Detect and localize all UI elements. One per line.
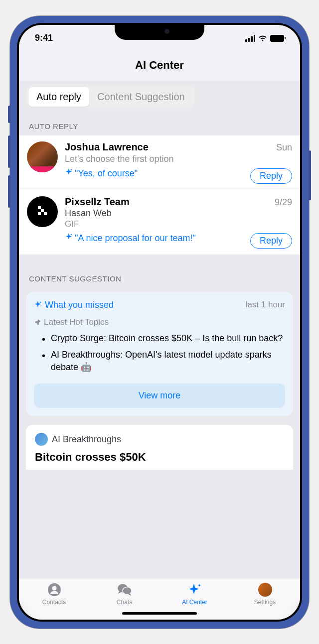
segment-auto-reply[interactable]: Auto reply <box>28 87 89 107</box>
svg-point-7 <box>123 587 132 594</box>
power-button <box>309 150 311 200</box>
tab-settings[interactable]: Settings <box>230 582 300 606</box>
source-icon <box>35 433 48 446</box>
notch <box>115 23 204 40</box>
card-time: last 1 hour <box>246 300 285 310</box>
user-avatar-icon <box>258 583 272 597</box>
article-source: AI Breakthroughs <box>35 433 284 446</box>
svg-rect-2 <box>38 212 41 215</box>
tab-label: AI Center <box>182 599 207 606</box>
topic-item: AI Breakthroughs: OpenAI's latest model … <box>42 349 285 374</box>
sparkle-icon <box>65 168 73 176</box>
avatar <box>27 196 58 227</box>
reply-button[interactable]: Reply <box>250 168 292 184</box>
suggestion-card: What you missed last 1 hour Latest Hot T… <box>26 292 293 416</box>
article-title: Bitcoin crosses $50K <box>35 451 284 464</box>
tab-label: Chats <box>117 599 132 606</box>
segment-control: Auto reply Content Suggestion <box>19 81 300 115</box>
home-indicator[interactable] <box>122 612 197 615</box>
avatar <box>27 141 58 172</box>
sparkle-icon <box>65 233 73 241</box>
tab-contacts[interactable]: Contacts <box>19 582 89 606</box>
message-preview: Let's choose the first option <box>65 154 292 164</box>
topic-list: Crypto Surge: Bitcoin crosses $50K – Is … <box>34 332 285 374</box>
tab-ai-center[interactable]: AI Center <box>160 582 230 606</box>
contact-name: Pixsellz Team <box>65 196 130 208</box>
card-title[interactable]: What you missed <box>34 300 114 310</box>
tab-label: Settings <box>254 599 276 606</box>
status-time: 9:41 <box>35 33 53 43</box>
topic-item: Crypto Surge: Bitcoin crosses $50K – Is … <box>42 332 285 345</box>
tab-label: Contacts <box>42 599 66 606</box>
header: AI Center <box>19 52 300 81</box>
tab-chats[interactable]: Chats <box>89 582 160 606</box>
contact-name: Joshua Lawrence <box>65 141 149 153</box>
article-preview[interactable]: AI Breakthroughs Bitcoin crosses $50K <box>26 425 293 470</box>
message-date: 9/29 <box>275 197 292 208</box>
svg-point-5 <box>52 586 56 590</box>
contacts-icon <box>47 582 62 597</box>
svg-rect-3 <box>44 212 47 215</box>
section-header-content-suggestion: CONTENT SUGGESTION <box>19 255 300 288</box>
ai-suggestion: "A nice proposal for our team!" <box>65 233 245 244</box>
wifi-icon <box>258 35 267 42</box>
chats-icon <box>117 582 132 597</box>
svg-rect-1 <box>41 209 44 212</box>
sparkle-icon <box>34 301 42 309</box>
view-more-button[interactable]: View more <box>34 384 285 408</box>
mute-switch <box>8 106 10 123</box>
auto-reply-list: Joshua Lawrence Sun Let's choose the fir… <box>19 135 300 255</box>
settings-icon <box>258 582 273 597</box>
card-subtitle: Latest Hot Topics <box>34 317 285 327</box>
battery-icon <box>270 35 284 42</box>
ai-suggestion: "Yes, of course" <box>65 168 245 179</box>
reply-button[interactable]: Reply <box>250 233 292 249</box>
page-title: AI Center <box>19 59 300 72</box>
volume-up <box>8 135 10 168</box>
svg-rect-0 <box>38 206 41 209</box>
message-type: GIF <box>65 219 292 229</box>
volume-down <box>8 175 10 208</box>
section-header-auto-reply: AUTO REPLY <box>19 115 300 135</box>
signal-icon <box>245 35 255 42</box>
segment-content-suggestion[interactable]: Content Suggestion <box>89 87 193 107</box>
pin-icon <box>34 319 41 326</box>
message-date: Sun <box>276 142 292 153</box>
phone-frame: 9:41 AI Center Auto reply Content Sugges… <box>10 16 309 629</box>
sender-name: Hasan Web <box>65 208 292 219</box>
reply-item[interactable]: Joshua Lawrence Sun Let's choose the fir… <box>19 135 300 190</box>
ai-center-icon <box>187 582 202 597</box>
reply-item[interactable]: Pixsellz Team 9/29 Hasan Web GIF "A nice… <box>19 190 300 255</box>
